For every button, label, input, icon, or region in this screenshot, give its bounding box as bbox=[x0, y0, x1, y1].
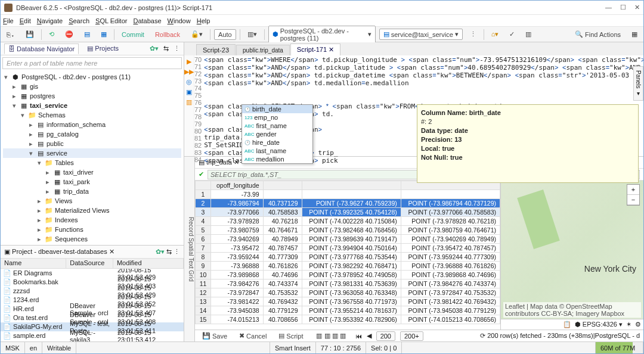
layers-icon[interactable]: ✶ bbox=[626, 321, 631, 328]
table-row[interactable]: 5-73.98075940.764671POINT (-73.982468 40… bbox=[196, 226, 500, 235]
autocomplete-item[interactable]: 🕐birth_date bbox=[242, 105, 312, 113]
prev-page-icon[interactable]: ◀ bbox=[367, 332, 371, 340]
table-row[interactable]: 6-73.94026940.78949POINT (-73.989639 40.… bbox=[196, 235, 500, 244]
tree-item[interactable]: ▸▦gis bbox=[3, 82, 181, 91]
tool-icon[interactable]: ✓ bbox=[506, 29, 518, 39]
tool-icon[interactable]: ⋮ bbox=[466, 29, 480, 39]
autocomplete-item[interactable]: 🕐hire_date bbox=[242, 138, 312, 147]
load-icon[interactable]: ▥ bbox=[186, 98, 192, 106]
table-row[interactable]: 3-73.97706640.758583POINT (-73.992325 40… bbox=[196, 208, 500, 217]
home-icon[interactable]: ⌂▾ bbox=[488, 29, 503, 39]
autocomplete-item[interactable]: ABCmedallion bbox=[242, 155, 312, 163]
rollback-button[interactable]: Rollback bbox=[151, 30, 184, 39]
menu-sql-editor[interactable]: SQL Editor bbox=[95, 17, 127, 24]
tab-projects[interactable]: ▤ Projects bbox=[83, 44, 122, 54]
link-icon[interactable]: ⇆ bbox=[166, 248, 172, 255]
table-row[interactable]: 8-73.95924440.777309POINT (-73.977768 40… bbox=[196, 253, 500, 262]
maximize-button[interactable]: ☐ bbox=[620, 4, 626, 11]
table-row[interactable]: 9-73.9688840.761826POINT (-73.982292 40.… bbox=[196, 262, 500, 271]
table-row[interactable]: 7-73.9547240.787457POINT (-73.994904 40.… bbox=[196, 244, 500, 253]
tree-item[interactable]: ▸📁Materialized Views bbox=[3, 206, 181, 215]
project-col[interactable]: DataSource bbox=[66, 259, 113, 268]
tree-item[interactable]: ▸▤information_schema bbox=[3, 120, 181, 129]
table-row[interactable]: 13-73.98142240.769432POINT (-73.967558 4… bbox=[196, 297, 500, 306]
edit-icons[interactable]: ▥ ▥ ▥ ▥ bbox=[316, 332, 345, 340]
tree-item[interactable]: ▾⬢PostgreSQL - db2.dev - postgres (11) bbox=[3, 72, 181, 82]
menu-window[interactable]: Window bbox=[168, 17, 191, 24]
sql-icon[interactable]: ▥▾ bbox=[244, 29, 261, 39]
tree-item[interactable]: ▾📁Tables bbox=[3, 158, 181, 167]
filter-apply-icon[interactable]: ✔ bbox=[199, 170, 204, 178]
perspective-button[interactable]: ▦ bbox=[628, 29, 641, 39]
table-row[interactable]: 10-73.98986840.74696POINT (-73.978952 40… bbox=[196, 271, 500, 280]
editor-tab[interactable]: Script-171 ✕ bbox=[290, 44, 340, 55]
panel-menu-icon[interactable]: ✿▾ bbox=[150, 45, 159, 52]
page-size-input[interactable]: 200 bbox=[376, 331, 395, 341]
table-row[interactable]: 11-73.98427640.743374POINT (-73.981331 4… bbox=[196, 280, 500, 288]
tool-icon[interactable]: ▦ bbox=[97, 29, 110, 39]
save-button[interactable]: 💾 bbox=[22, 29, 38, 39]
table-row[interactable]: 15-74.01521340.708656POINT (-73.953392 4… bbox=[196, 315, 500, 324]
run-script-icon[interactable]: ▶▶ bbox=[184, 68, 194, 76]
table-row[interactable]: 12-73.97284740.753532POINT (-73.963058 4… bbox=[196, 288, 500, 297]
auto-button[interactable]: Auto bbox=[214, 29, 236, 40]
table-row[interactable]: 4-73.97892840.76218POINT (-74.002228 40.… bbox=[196, 217, 500, 226]
explain-icon[interactable]: ◎ bbox=[186, 78, 192, 86]
project-row[interactable]: 📄 sample.erdMySQL - sakila32019-08-15 23… bbox=[1, 331, 184, 340]
find-actions[interactable]: 🔍 Find Actions bbox=[571, 29, 624, 39]
table-row[interactable]: 14-73.94503840.779129POINT (-73.955214 4… bbox=[196, 306, 500, 315]
res-cancel-button[interactable]: ✖ Cancel bbox=[236, 331, 270, 341]
panel-settings-icon[interactable]: ⋮ bbox=[174, 45, 180, 52]
menu-file[interactable]: File bbox=[3, 17, 14, 24]
load-more-button[interactable]: 200+ bbox=[400, 331, 423, 341]
first-page-icon[interactable]: ⏮ bbox=[355, 333, 362, 340]
stop-icon[interactable]: ▣ bbox=[186, 88, 192, 96]
new-button[interactable]: ⎘▾ bbox=[3, 30, 18, 39]
tree-item[interactable]: ▸📁Sequences bbox=[3, 234, 181, 244]
tree-item[interactable]: ▸▦trip_data bbox=[3, 187, 181, 196]
tool-icon[interactable]: ⟲ bbox=[45, 29, 58, 39]
result-grid[interactable]: opoff_longitude1-73.992-73.98679440.7371… bbox=[195, 181, 500, 330]
tree-item[interactable]: ▾📁Schemas bbox=[3, 110, 181, 120]
tree-item[interactable]: ▸▤public bbox=[3, 139, 181, 148]
gear-icon[interactable]: ⚙ bbox=[635, 321, 641, 328]
tree-item[interactable]: ▾▤service bbox=[3, 148, 181, 158]
tree-item[interactable]: ▸📁Functions bbox=[3, 225, 181, 234]
grid-col[interactable]: opoff_longitude bbox=[211, 181, 264, 190]
editor-tab[interactable]: Script-23 bbox=[196, 44, 236, 55]
editor-tab[interactable]: public.trip_data bbox=[236, 45, 290, 55]
conn-selector[interactable]: ⬢ PostgreSQL - db2.dev - postgres (11) ▾ bbox=[268, 26, 376, 44]
tab-db-navigator[interactable]: 🗄 Database Navigator bbox=[4, 44, 79, 54]
menu-database[interactable]: Database bbox=[133, 17, 161, 24]
tree-item[interactable]: ▸▦postgres bbox=[3, 91, 181, 101]
tree-item[interactable]: ▸▦taxi_driver bbox=[3, 167, 181, 177]
tx-dropdown[interactable]: 🔓▾ bbox=[187, 29, 206, 39]
minimize-button[interactable]: — bbox=[605, 4, 612, 11]
db-tree[interactable]: ▾⬢PostgreSQL - db2.dev - postgres (11)▸▦… bbox=[1, 71, 184, 245]
memory-gauge[interactable]: 60M of 77M bbox=[596, 342, 643, 353]
tool-icon[interactable]: ▤ bbox=[80, 29, 94, 39]
spatial-map[interactable]: +− New York City Leaflet | Map data © Op… bbox=[500, 181, 643, 330]
autocomplete-item[interactable]: ABCgender bbox=[242, 130, 312, 138]
table-row[interactable]: 1-73.99 bbox=[196, 190, 500, 199]
tree-item[interactable]: ▸📁Views bbox=[3, 196, 181, 206]
srs-label[interactable]: ⬢ EPSG:4326 ▾ bbox=[575, 321, 623, 328]
autocomplete-item[interactable]: ABCfirst_name bbox=[242, 122, 312, 130]
tree-item[interactable]: ▸▦taxi_park bbox=[3, 177, 181, 187]
gear-icon[interactable]: ✿▾ bbox=[156, 248, 165, 255]
res-save-button[interactable]: 💾 Save bbox=[199, 331, 231, 341]
project-col[interactable]: Name bbox=[1, 259, 66, 268]
res-script-button[interactable]: ▤ Script bbox=[275, 331, 306, 341]
menu-navigate[interactable]: Navigate bbox=[37, 17, 63, 24]
tree-item[interactable]: ▾▦taxi_service bbox=[3, 101, 181, 110]
menu-help[interactable]: Help bbox=[197, 17, 210, 24]
autocomplete-popup[interactable]: 🕐birth_date123emp_noABCfirst_nameABCgend… bbox=[242, 104, 313, 164]
run-icon[interactable]: ▶ bbox=[187, 58, 191, 66]
menu-search[interactable]: Search bbox=[69, 17, 89, 24]
table-row[interactable]: 2-73.98679440.737129POINT (-73.9627 40.7… bbox=[196, 199, 500, 208]
project-col[interactable]: Modified bbox=[113, 259, 184, 268]
tree-item[interactable]: ▸▤pg_catalog bbox=[3, 129, 181, 139]
tree-item[interactable]: ▸📁Indexes bbox=[3, 215, 181, 225]
close-button[interactable]: ✕ bbox=[634, 4, 640, 11]
tool-icon[interactable]: ▥ bbox=[522, 29, 535, 39]
